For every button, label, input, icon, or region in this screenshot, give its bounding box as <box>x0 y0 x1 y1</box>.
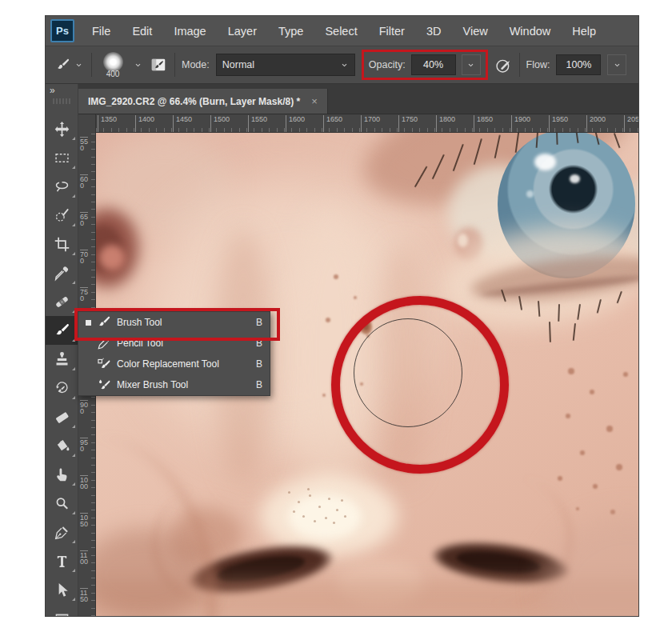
tool-icon <box>54 322 70 339</box>
eyedropper-tool[interactable] <box>46 258 78 287</box>
document-tab[interactable]: IMG_2920.CR2 @ 66.4% (Burn, Layer Mask/8… <box>78 89 328 114</box>
ruler-label: 1350 <box>98 115 117 133</box>
ruler-label: 1500 <box>210 115 230 133</box>
horizontal-ruler[interactable]: 1350140014501500155016001650170017501800… <box>96 114 638 133</box>
ruler-label: 1650 <box>323 115 342 133</box>
eraser-tool[interactable] <box>46 402 78 431</box>
menu-item[interactable]: Help <box>572 25 596 38</box>
flyout-item-color-replacement-tool[interactable]: Color Replacement Tool B <box>78 354 270 374</box>
type-tool[interactable] <box>46 546 78 575</box>
smudge-tool[interactable] <box>46 460 78 489</box>
flyout-item-brush-tool[interactable]: Brush Tool B <box>78 312 270 333</box>
photo-left-eye-corner <box>99 245 125 270</box>
toolbar-tools <box>46 114 78 616</box>
tool-icon <box>97 357 111 371</box>
ruler-label: 1850 <box>474 115 493 133</box>
chevron-down-icon[interactable] <box>134 61 142 70</box>
menu-item[interactable]: Layer <box>228 25 257 38</box>
flyout-item-shortcut: B <box>256 338 262 349</box>
screenshot-page: Ps FileEditImageLayerTypeSelectFilter3DV… <box>0 0 672 628</box>
flyout-item-shortcut: B <box>256 358 262 370</box>
menu-item[interactable]: File <box>92 25 110 38</box>
tool-icon <box>97 315 111 330</box>
toolbar-collapse[interactable]: » <box>46 84 78 114</box>
ruler-label: 1750 <box>398 115 418 133</box>
spot-healing-brush-tool[interactable] <box>46 287 78 316</box>
history-brush-tool[interactable] <box>46 374 78 402</box>
ruler-label: 1950 <box>549 115 568 133</box>
brush-icon <box>55 58 70 73</box>
tool-icon <box>54 438 70 454</box>
photo-nose-pores <box>96 133 98 135</box>
brush-tools-flyout-menu: Brush Tool B Pencil Tool B Color Replace… <box>78 311 270 396</box>
ruler-label: 2000 <box>586 115 606 133</box>
flyout-item-pencil-tool[interactable]: Pencil Tool B <box>78 333 270 354</box>
flow-field[interactable]: 100% <box>556 54 601 75</box>
photoshop-logo[interactable]: Ps <box>50 19 74 42</box>
move-tool[interactable] <box>46 114 78 143</box>
menu-item[interactable]: Image <box>174 25 206 38</box>
menu-item[interactable]: Type <box>278 25 303 38</box>
menu-item[interactable]: 3D <box>426 25 442 38</box>
blend-mode-dropdown[interactable]: Normal <box>216 54 355 76</box>
menu-item[interactable]: Select <box>325 25 357 38</box>
photo-tear-duct-highlight <box>458 234 468 247</box>
menu-bar: Ps FileEditImageLayerTypeSelectFilter3DV… <box>46 16 638 46</box>
tool-icon <box>54 351 70 368</box>
menu-item[interactable]: Edit <box>132 25 152 38</box>
clone-stamp-tool[interactable] <box>46 345 78 374</box>
ruler-row: 1350140014501500155016001650170017501800… <box>78 114 638 133</box>
pen-tool[interactable] <box>46 518 78 546</box>
airbrush-toggle-button[interactable] <box>494 56 513 74</box>
rectangular-marquee-tool[interactable] <box>46 143 78 172</box>
rectangle-tool[interactable] <box>46 604 78 616</box>
opacity-label: Opacity: <box>369 59 406 70</box>
tool-icon <box>54 150 70 166</box>
tool-icon <box>54 524 70 541</box>
current-tool-marker <box>86 320 91 326</box>
crop-tool[interactable] <box>46 230 78 258</box>
paint-bucket-tool[interactable] <box>46 431 78 460</box>
mode-label: Mode: <box>182 59 210 70</box>
document-tab-title: IMG_2920.CR2 @ 66.4% (Burn, Layer Mask/8… <box>88 96 300 107</box>
ruler-label: 700 <box>80 250 88 264</box>
flyout-item-mixer-brush-tool[interactable]: Mixer Brush Tool B <box>78 374 270 395</box>
double-chevron-icon: » <box>46 85 78 96</box>
tool-icon <box>54 582 70 598</box>
tool-icon <box>54 380 70 397</box>
menu-items: FileEditImageLayerTypeSelectFilter3DView… <box>87 25 596 38</box>
menu-item[interactable]: Filter <box>379 25 405 38</box>
lasso-tool[interactable] <box>46 172 78 201</box>
brush-preset-picker[interactable]: 400 <box>98 52 127 78</box>
toolbar-grip[interactable] <box>53 98 70 104</box>
ruler-label: 1700 <box>361 115 380 133</box>
brush-tool[interactable] <box>46 316 78 345</box>
quick-selection-tool[interactable] <box>46 201 78 230</box>
separator <box>519 53 520 77</box>
ruler-label: 1900 <box>511 115 530 133</box>
close-icon[interactable]: × <box>311 96 318 106</box>
ruler-label: 600 <box>80 174 88 189</box>
options-bar: 400 Mode: Normal Opacity: 40% Flow: 100% <box>46 46 638 84</box>
separator <box>91 53 92 77</box>
ruler-label: 950 <box>80 438 88 452</box>
flow-dropdown-button[interactable] <box>607 54 626 75</box>
dodge-tool[interactable] <box>46 489 78 518</box>
opacity-field[interactable]: 40% <box>411 54 456 75</box>
menu-item[interactable]: View <box>463 25 488 38</box>
ruler-label: 650 <box>80 212 88 226</box>
tool-icon <box>54 121 70 138</box>
photo-eye-highlight <box>526 190 534 198</box>
tool-icon <box>54 466 70 483</box>
ruler-label: 900 <box>80 400 88 414</box>
flyout-item-shortcut: B <box>256 379 262 390</box>
menu-item[interactable]: Window <box>510 25 551 38</box>
toggle-brush-settings-panel-button[interactable] <box>149 56 168 74</box>
opacity-dropdown-button[interactable] <box>462 54 481 75</box>
tool-icon <box>54 178 70 195</box>
tool-preset-button[interactable] <box>54 58 85 73</box>
ruler-label: 1000 <box>80 475 88 490</box>
path-selection-tool[interactable] <box>46 575 78 604</box>
ruler-label: 2050 <box>624 115 638 133</box>
ruler-label: 1600 <box>286 115 305 133</box>
